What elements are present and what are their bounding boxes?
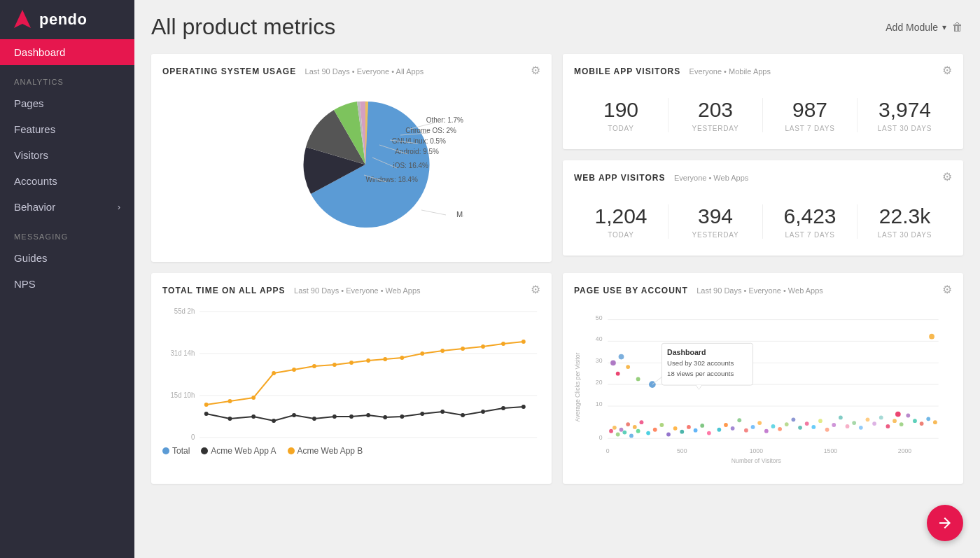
total-time-gear-icon[interactable]: ⚙	[531, 283, 540, 296]
svg-point-94	[673, 426, 678, 431]
mobile-visitors-stats: 190 TODAY 203 YESTERDAY 987 LAST 7 DAYS …	[574, 84, 952, 139]
os-usage-gear-icon[interactable]: ⚙	[531, 64, 540, 77]
svg-point-80	[609, 429, 613, 433]
sidebar-item-accounts-label: Accounts	[14, 175, 57, 187]
svg-text:15d 10h: 15d 10h	[170, 391, 195, 399]
svg-text:Mac OSX: 83.7%: Mac OSX: 83.7%	[456, 210, 463, 218]
sidebar-item-visitors[interactable]: Visitors	[0, 142, 134, 168]
svg-point-41	[501, 342, 505, 346]
mobile-visitors-title: MOBILE APP VISITORS	[574, 67, 680, 76]
svg-point-42	[522, 340, 526, 344]
legend-app-a-label: Acme Web App A	[211, 446, 276, 456]
svg-point-109	[778, 427, 782, 431]
svg-point-96	[687, 425, 691, 429]
svg-point-37	[420, 351, 424, 356]
svg-text:0: 0	[599, 434, 603, 441]
total-time-chart: 55d 2h 31d 14h 15d 10h 0 July 2018 Augus…	[162, 303, 540, 464]
svg-text:Dashboard: Dashboard	[667, 348, 706, 356]
svg-text:2000: 2000	[898, 448, 911, 455]
svg-point-46	[272, 419, 276, 423]
web-visitors-title: WEB APP VISITORS	[574, 173, 665, 183]
mobile-stat-today: 190 TODAY	[574, 98, 668, 132]
svg-point-44	[228, 417, 232, 421]
svg-point-31	[312, 364, 316, 368]
sidebar-item-behavior[interactable]: Behavior ›	[0, 194, 134, 220]
svg-point-127	[899, 422, 904, 426]
trash-icon[interactable]: 🗑	[952, 21, 963, 34]
svg-point-47	[292, 413, 296, 417]
svg-point-82	[616, 433, 620, 437]
svg-point-120	[852, 421, 856, 425]
svg-text:500: 500	[677, 448, 687, 455]
legend-app-a-dot	[201, 447, 208, 454]
logo: pendo	[0, 0, 134, 39]
svg-point-57	[481, 410, 485, 414]
legend-app-b-label: Acme Web App B	[298, 446, 363, 456]
total-time-subtitle: Last 90 Days • Everyone • Web Apps	[294, 286, 421, 295]
svg-point-131	[926, 417, 930, 421]
line-chart-svg: 55d 2h 31d 14h 15d 10h 0 July 2018 Augus…	[162, 303, 540, 443]
svg-text:1000: 1000	[750, 448, 763, 455]
web-visitors-gear-icon[interactable]: ⚙	[942, 170, 952, 183]
legend-app-a: Acme Web App A	[201, 446, 276, 456]
svg-point-40	[481, 344, 485, 349]
svg-text:July 2018: July 2018	[253, 442, 282, 443]
main-content: All product metrics Add Module ▾ 🗑 OPERA…	[134, 0, 980, 558]
sidebar-item-accounts[interactable]: Accounts	[0, 168, 134, 194]
svg-point-28	[251, 396, 255, 400]
svg-point-123	[872, 421, 876, 426]
svg-point-81	[612, 426, 617, 430]
os-usage-subtitle: Last 90 Days • Everyone • All Apps	[305, 67, 424, 76]
page-title: All product metrics	[151, 14, 335, 40]
svg-point-108	[771, 424, 776, 428]
mobile-stat-yesterday: 203 YESTERDAY	[668, 98, 763, 132]
svg-text:Used by 302 accounts: Used by 302 accounts	[667, 359, 734, 367]
svg-point-34	[366, 358, 370, 363]
svg-point-105	[751, 425, 755, 429]
messaging-section-label: MESSAGING	[0, 220, 134, 245]
svg-point-124	[879, 416, 883, 420]
legend-app-b-dot	[288, 447, 295, 454]
svg-point-51	[366, 413, 370, 417]
sidebar-item-dashboard-label: Dashboard	[14, 46, 65, 58]
svg-point-55	[440, 410, 444, 414]
svg-text:September 2018: September 2018	[444, 442, 495, 443]
mobile-stat-7days-value: 987	[763, 98, 857, 122]
svg-point-138	[929, 334, 934, 340]
page-use-gear-icon[interactable]: ⚙	[942, 283, 952, 296]
web-stat-30days-value: 22.3k	[858, 204, 952, 228]
svg-point-35	[383, 357, 387, 361]
svg-point-83	[620, 428, 624, 432]
svg-point-93	[666, 433, 671, 437]
svg-text:10: 10	[596, 400, 603, 407]
svg-point-88	[636, 429, 640, 433]
svg-text:40: 40	[596, 335, 603, 342]
sidebar-item-pages[interactable]: Pages	[0, 90, 134, 116]
chevron-right-icon: ›	[118, 202, 120, 212]
mobile-stat-30days-value: 3,974	[858, 98, 952, 122]
sidebar-item-dashboard[interactable]: Dashboard	[0, 39, 134, 65]
fab-button[interactable]	[927, 505, 963, 541]
web-visitors-header: WEB APP VISITORS Everyone • Web Apps ⚙	[574, 170, 952, 183]
legend-app-b: Acme Web App B	[288, 446, 363, 456]
svg-point-113	[805, 421, 809, 426]
os-usage-header: OPERATING SYSTEM USAGE Last 90 Days • Ev…	[162, 64, 540, 77]
sidebar-item-nps[interactable]: NPS	[0, 271, 134, 297]
mobile-visitors-card: MOBILE APP VISITORS Everyone • Mobile Ap…	[563, 54, 963, 149]
svg-point-52	[383, 415, 387, 419]
mobile-stat-today-value: 190	[574, 98, 668, 122]
add-module-button[interactable]: Add Module ▾	[886, 22, 946, 33]
svg-point-126	[892, 419, 897, 423]
sidebar-item-guides[interactable]: Guides	[0, 245, 134, 271]
total-time-header: TOTAL TIME ON ALL APPS Last 90 Days • Ev…	[162, 283, 540, 296]
mobile-stat-30days-label: LAST 30 DAYS	[858, 125, 952, 132]
page-use-subtitle: Last 90 Days • Everyone • Web Apps	[696, 286, 823, 295]
svg-point-125	[886, 424, 890, 428]
scatter-chart-svg: Average Clicks per Visitor 50 40 30 20 1…	[574, 303, 952, 471]
mobile-visitors-gear-icon[interactable]: ⚙	[942, 64, 952, 77]
web-stat-30days-label: LAST 30 DAYS	[858, 231, 952, 239]
svg-text:Average Clicks per Visitor: Average Clicks per Visitor	[574, 352, 581, 421]
svg-point-118	[839, 416, 843, 420]
sidebar-item-features[interactable]: Features	[0, 116, 134, 142]
dashboard-grid: OPERATING SYSTEM USAGE Last 90 Days • Ev…	[151, 54, 963, 484]
